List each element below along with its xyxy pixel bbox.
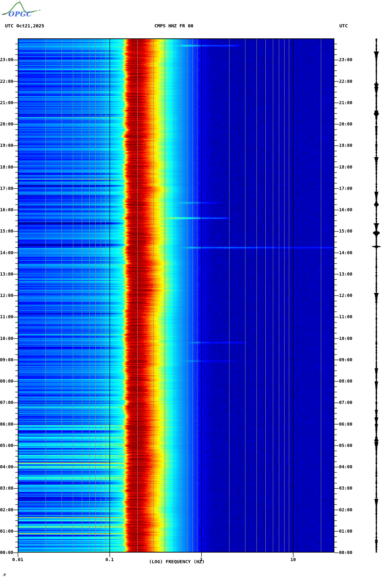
helicorder-trace (369, 38, 383, 553)
utc-label-right: UTC (339, 23, 348, 28)
time-tick-label-right: 07:00 (339, 400, 353, 405)
time-tick-label-left: 05:00 (0, 443, 13, 448)
time-tick-label-left: 21:00 (0, 100, 13, 105)
time-tick-label-right: 14:00 (339, 250, 353, 255)
opgc-logo: OPGC (1, 1, 42, 20)
time-tick-label-right: 20:00 (339, 122, 353, 127)
time-tick-label-left: 13:00 (0, 272, 13, 277)
time-tick-label-right: 10:00 (339, 336, 353, 341)
time-tick-label-left: 18:00 (0, 165, 13, 170)
time-tick-label-right: 16:00 (339, 207, 353, 212)
time-tick-label-right: 15:00 (339, 229, 353, 234)
utc-label-left: UTC (5, 23, 13, 28)
logo-mountain-dash-left (2, 14, 6, 15)
time-tick-label-right: 17:00 (339, 186, 353, 191)
time-tick-label-right: 19:00 (339, 143, 353, 148)
time-tick-label-left: 15:00 (0, 229, 13, 234)
time-tick-label-left: 09:00 (0, 357, 13, 362)
time-tick-label-left: 22:00 (0, 79, 13, 84)
time-tick-label-left: 19:00 (0, 143, 13, 148)
time-tick-label-right: 13:00 (339, 272, 353, 277)
time-tick-label-left: 02:00 (0, 507, 13, 512)
time-tick-label-right: 21:00 (339, 100, 353, 105)
time-tick-label-left: 14:00 (0, 250, 13, 255)
time-tick-label-right: 06:00 (339, 422, 353, 427)
time-tick-label-right: 22:00 (339, 79, 353, 84)
time-tick-label-right: 08:00 (339, 379, 353, 384)
spectrogram-page: OPGC UTC Oct21,2025 CMPS HHZ FR 00 UTC 0… (0, 0, 392, 581)
spectrogram-plot (18, 38, 334, 553)
time-tick-label-left: 07:00 (0, 400, 13, 405)
logo-text: OPGC (8, 10, 32, 18)
time-tick-label-right: 09:00 (339, 357, 353, 362)
freq-tick-label: 0.1 (95, 557, 124, 562)
time-tick-label-left: 06:00 (0, 422, 13, 427)
time-tick-label-left: 16:00 (0, 207, 13, 212)
time-tick-label-right: 11:00 (339, 314, 353, 319)
corner-mark: .M (2, 574, 6, 577)
time-tick-label-left: 03:00 (0, 486, 13, 491)
time-tick-label-left: 00:00 (0, 550, 13, 555)
x-axis-title: (LOG) FREQUENCY (HZ) (123, 559, 230, 564)
time-tick-label-right: 02:00 (339, 507, 353, 512)
time-tick-label-left: 01:00 (0, 529, 13, 534)
time-tick-label-left: 11:00 (0, 314, 13, 319)
time-tick-label-right: 01:00 (339, 529, 353, 534)
time-tick-label-left: 04:00 (0, 464, 13, 469)
time-tick-label-right: 18:00 (339, 165, 353, 170)
time-tick-label-left: 12:00 (0, 293, 13, 298)
time-tick-label-right: 05:00 (339, 443, 353, 448)
logo-mountain-dash-right (36, 10, 41, 11)
station-title: CMPS HHZ FR 00 (154, 23, 194, 28)
freq-tick-label: 0.01 (4, 557, 32, 562)
freq-tick-label: 10 (279, 557, 307, 562)
time-tick-label-right: 23:00 (339, 57, 353, 62)
time-tick-label-right: 03:00 (339, 486, 353, 491)
time-tick-label-left: 08:00 (0, 379, 13, 384)
time-tick-label-left: 17:00 (0, 186, 13, 191)
spectrogram-canvas (18, 38, 334, 553)
time-tick-label-right: 12:00 (339, 293, 353, 298)
time-tick-label-left: 10:00 (0, 336, 13, 341)
time-tick-label-left: 23:00 (0, 57, 13, 62)
date-label: Oct21,2025 (16, 23, 44, 28)
time-tick-label-right: 00:00 (339, 550, 353, 555)
time-tick-label-right: 04:00 (339, 464, 353, 469)
time-tick-label-left: 20:00 (0, 122, 13, 127)
